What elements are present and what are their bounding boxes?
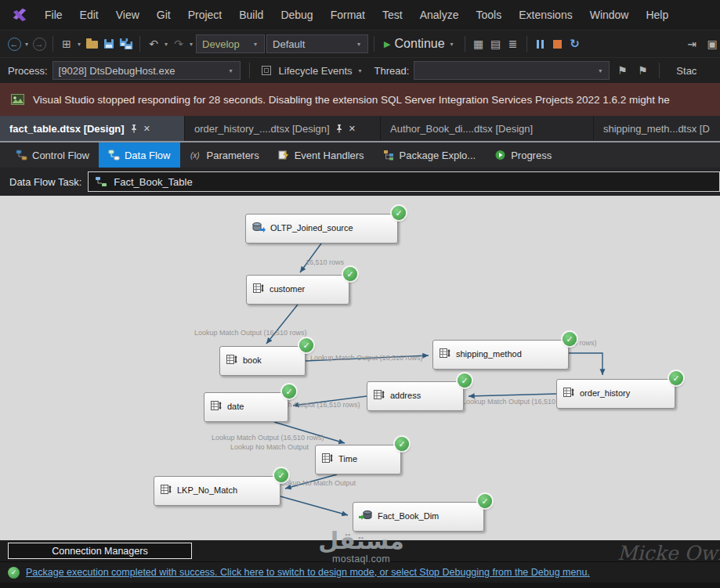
pin-icon[interactable] xyxy=(130,124,138,133)
success-check-badge: ✓ xyxy=(299,338,313,352)
lookup-icon xyxy=(321,452,334,467)
watch-window-icon[interactable]: ≣ xyxy=(505,35,521,52)
lookup-icon xyxy=(373,388,385,404)
document-tab-3[interactable]: Author_Book_di....dtsx [Design] xyxy=(381,116,594,141)
toolbar-separator xyxy=(52,36,53,52)
parameters-icon: (x) xyxy=(190,150,202,161)
break-all-button[interactable] xyxy=(533,35,548,52)
toolbar-separator xyxy=(249,63,250,78)
navigate-back-caret[interactable]: ▾ xyxy=(24,41,30,48)
status-message-link[interactable]: Package execution completed with success… xyxy=(26,567,590,578)
menu-item-extensions[interactable]: Extensions xyxy=(510,5,581,25)
new-project-caret[interactable]: ▾ xyxy=(76,41,82,48)
save-all-icon[interactable] xyxy=(118,35,134,52)
redo-icon[interactable]: ↷ xyxy=(171,35,186,52)
process-value: [9028] DtsDebugHost.exe xyxy=(59,65,175,77)
node-customer[interactable]: customer xyxy=(246,275,349,305)
node-label: order_history xyxy=(580,388,630,399)
pin-icon[interactable] xyxy=(335,124,343,133)
success-check-badge: ✓ xyxy=(392,206,406,220)
solution-platforms-dropdown[interactable]: Default ▾ xyxy=(266,34,368,53)
success-check-badge: ✓ xyxy=(669,371,683,385)
menu-item-edit[interactable]: Edit xyxy=(71,5,107,25)
thread-dropdown[interactable]: ▾ xyxy=(414,61,610,80)
restart-button[interactable]: ↻ xyxy=(567,35,583,52)
success-check-badge: ✓ xyxy=(343,267,357,281)
document-tab-1[interactable]: fact_table.dtsx [Design]✕ xyxy=(0,116,185,141)
designer-tab-package-explo[interactable]: Package Explo... xyxy=(374,142,486,168)
close-icon[interactable]: ✕ xyxy=(349,124,356,134)
solution-platform-value: Default xyxy=(273,38,305,50)
menu-item-file[interactable]: File xyxy=(36,5,71,25)
bottom-panel-edge xyxy=(0,583,720,588)
redo-caret[interactable]: ▾ xyxy=(188,41,194,48)
process-label: Process: xyxy=(8,65,48,77)
node-shipping_method[interactable]: shipping_method xyxy=(432,340,569,370)
path-label: Lookup Match Output (16,510 rows) xyxy=(194,329,307,337)
process-dropdown[interactable]: [9028] DtsDebugHost.exe ▾ xyxy=(52,61,241,80)
solution-configurations-dropdown[interactable]: Develop ▾ xyxy=(196,34,265,53)
chevron-down-icon: ▾ xyxy=(357,67,364,74)
debug-location-toolbar: Process: [9028] DtsDebugHost.exe ▾ Lifec… xyxy=(0,57,720,83)
save-icon[interactable] xyxy=(101,35,117,52)
menu-item-test[interactable]: Test xyxy=(374,5,411,25)
close-icon[interactable]: ✕ xyxy=(143,124,150,134)
undo-icon[interactable]: ↶ xyxy=(146,35,161,52)
node-time[interactable]: Time xyxy=(315,445,401,474)
document-tab-label: order_history_....dtsx [Design] xyxy=(194,123,330,135)
data-flow-canvas[interactable]: 16,510 rowsLookup Match Output (16,510 r… xyxy=(0,196,720,540)
navigate-back-button[interactable]: ← xyxy=(6,35,22,52)
toolbar-separator xyxy=(465,36,465,52)
connection-managers-tab[interactable]: Connection Managers xyxy=(8,543,192,559)
navigate-forward-button[interactable]: → xyxy=(31,35,47,52)
continue-button[interactable]: ▶ Continue ▾ xyxy=(380,37,459,51)
designer-tab-control-flow[interactable]: Control Flow xyxy=(6,142,99,168)
new-project-icon[interactable]: ⊞ xyxy=(59,35,74,52)
node-label: Time xyxy=(338,454,357,464)
menu-item-build[interactable]: Build xyxy=(230,5,272,25)
menu-item-git[interactable]: Git xyxy=(148,5,179,25)
node-order_history[interactable]: order_history xyxy=(556,379,675,409)
notification-infobar[interactable]: Visual Studio stopped responding for 28 … xyxy=(0,83,720,116)
success-check-badge: ✓ xyxy=(458,373,472,388)
node-label: address xyxy=(390,391,421,401)
node-label: customer xyxy=(270,284,305,294)
node-book[interactable]: book xyxy=(219,346,306,376)
show-threads-flag-icon[interactable]: ⚑ xyxy=(614,62,630,79)
toolbar-overflow-icon[interactable]: ▣ xyxy=(704,35,720,52)
flag-threads-icon[interactable]: ⚑ xyxy=(635,62,650,79)
stop-debugging-button[interactable] xyxy=(550,35,566,52)
immediate-window-icon[interactable]: ▤ xyxy=(488,35,504,52)
designer-tab-event-handlers[interactable]: Event Handlers xyxy=(269,142,374,168)
chevron-down-icon: ▾ xyxy=(449,41,455,48)
node-address[interactable]: address xyxy=(367,381,464,411)
designer-tab-data-flow[interactable]: Data Flow xyxy=(99,142,180,168)
menu-item-project[interactable]: Project xyxy=(179,5,231,25)
step-over-icon[interactable]: ⇥ xyxy=(684,35,700,52)
node-oltp[interactable]: OLTP_Joined_source xyxy=(245,214,398,243)
menu-item-window[interactable]: Window xyxy=(581,5,638,25)
open-file-icon[interactable] xyxy=(84,35,99,52)
lifecycle-events-icon[interactable] xyxy=(259,62,274,79)
menu-item-tools[interactable]: Tools xyxy=(468,5,511,25)
document-tab-2[interactable]: order_history_....dtsx [Design]✕ xyxy=(185,116,381,141)
menu-item-debug[interactable]: Debug xyxy=(272,5,321,25)
breakpoints-window-icon[interactable]: ▦ xyxy=(471,35,487,52)
lookup-icon xyxy=(563,386,575,402)
lifecycle-events-label[interactable]: Lifecycle Events xyxy=(279,65,353,77)
data-flow-task-selector[interactable]: Fact_Book_Table xyxy=(88,171,720,192)
node-lkp_no_match[interactable]: LKP_No_Match xyxy=(154,476,280,506)
menu-item-view[interactable]: View xyxy=(107,5,148,25)
menu-item-help[interactable]: Help xyxy=(637,5,677,25)
designer-tab-progress[interactable]: Progress xyxy=(485,142,561,168)
menu-item-analyze[interactable]: Analyze xyxy=(411,5,468,25)
lookup-icon xyxy=(160,483,172,499)
node-fact_book_dim[interactable]: Fact_Book_Dim xyxy=(353,502,484,532)
menu-item-format[interactable]: Format xyxy=(322,5,374,25)
designer-tab-parameters[interactable]: (x)Parameters xyxy=(180,142,269,168)
undo-caret[interactable]: ▾ xyxy=(163,41,169,48)
node-date[interactable]: date xyxy=(204,392,288,422)
document-tab-4[interactable]: shipping_meth...dtsx [D xyxy=(594,116,720,141)
continue-label: Continue xyxy=(395,37,445,51)
document-tab-label: fact_table.dtsx [Design] xyxy=(9,123,125,135)
